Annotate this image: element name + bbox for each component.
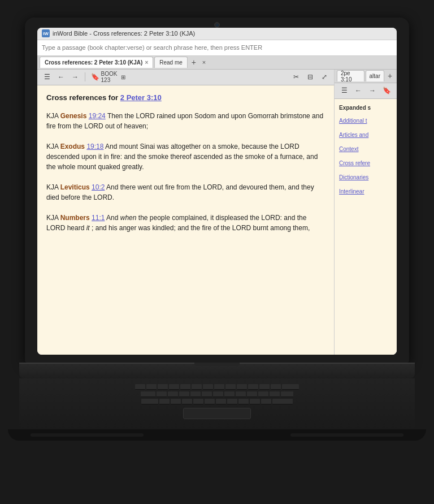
hinge-notch [194, 363, 240, 366]
right-link-additional[interactable]: Additional t [339, 118, 392, 124]
forward-button[interactable]: → [69, 71, 81, 83]
right-forward-button[interactable]: → [366, 85, 379, 96]
main-content: ☰ ← → 🔖 BOOK123 ⊞ ✂ ⊟ ⤢ [37, 70, 397, 355]
key-enter [272, 399, 293, 404]
key [180, 384, 190, 390]
key [182, 399, 192, 404]
key [192, 384, 202, 390]
bookmark-button[interactable]: 🔖 [89, 71, 101, 83]
verse-block-genesis: KJA Genesis 19:24 Then the LORD rained u… [46, 111, 325, 131]
right-link-context[interactable]: Context [339, 146, 392, 152]
key [259, 384, 270, 390]
tab-cross-references[interactable]: Cross references: 2 Peter 3:10 (KJA) × [40, 57, 153, 68]
rubber-strip-right [290, 433, 403, 437]
screen-bezel: iW inWord Bible - Cross references: 2 Pe… [37, 28, 397, 355]
verse-num-genesis[interactable]: 19:24 [89, 112, 106, 120]
main-tab-bar: Cross references: 2 Peter 3:10 (KJA) × R… [37, 56, 397, 70]
window-title: inWord Bible - Cross references: 2 Peter… [53, 30, 195, 37]
right-link-dictionaries[interactable]: Dictionaries [339, 174, 392, 180]
keyboard-area [19, 378, 415, 429]
key [193, 399, 203, 404]
key [250, 399, 260, 404]
tab-close-button[interactable]: × [145, 59, 148, 66]
right-tab-2pe[interactable]: 2pe 3:10 [337, 70, 364, 81]
key [216, 399, 226, 404]
key [271, 384, 281, 390]
key [146, 384, 157, 390]
right-back-button[interactable]: ← [352, 85, 364, 96]
key [157, 391, 167, 397]
trackpad[interactable] [183, 408, 251, 419]
key [168, 391, 178, 397]
screen-lid: iW inWord Bible - Cross references: 2 Pe… [25, 18, 409, 363]
tab-read-me[interactable]: Read me [154, 57, 188, 68]
key [158, 384, 168, 390]
search-bar[interactable] [37, 40, 397, 56]
verse-version-2: KJA [46, 143, 60, 150]
verse-num-leviticus[interactable]: 10:2 [92, 183, 105, 191]
key [258, 391, 268, 397]
key-tab [141, 391, 155, 397]
keyboard-row-3 [31, 399, 403, 404]
verse-ref-genesis[interactable]: Genesis [60, 112, 87, 120]
toolbar-separator-1 [85, 72, 85, 81]
key [190, 391, 201, 397]
list-icon[interactable]: ☰ [41, 71, 53, 83]
right-list-icon[interactable]: ☰ [338, 85, 350, 96]
key [227, 399, 237, 404]
verse-ref-numbers[interactable]: Numbers [60, 214, 90, 222]
key [179, 391, 189, 397]
search-input[interactable] [42, 44, 392, 51]
key [171, 399, 181, 404]
right-link-interlinear[interactable]: Interlinear [339, 188, 392, 195]
left-toolbar: ☰ ← → 🔖 BOOK123 ⊞ ✂ ⊟ ⤢ [37, 70, 334, 85]
key [237, 384, 247, 390]
keyboard-row-2 [31, 391, 403, 397]
key [261, 399, 271, 404]
close-tab-button[interactable]: × [199, 57, 209, 67]
verse-text-numbers-italic-2: it [86, 224, 90, 232]
key-backspace [282, 384, 299, 390]
verse-num-numbers[interactable]: 11:1 [92, 214, 105, 222]
book-button[interactable]: BOOK123 [103, 71, 115, 83]
right-panel-heading: Expanded s [339, 105, 392, 111]
key [224, 391, 235, 397]
verse-text-numbers-3: ; and his anger was kindled; and the fir… [92, 224, 310, 232]
new-tab-button[interactable]: + [189, 57, 199, 67]
key [202, 391, 212, 397]
webcam [214, 22, 220, 28]
key [213, 391, 223, 397]
right-content-pane[interactable]: Expanded s Additional t Articles and Con… [335, 99, 397, 355]
right-link-articles[interactable]: Articles and [339, 132, 392, 138]
key [205, 399, 215, 404]
verse-version-3: KJA [46, 183, 60, 191]
back-button[interactable]: ← [55, 71, 67, 83]
right-tab-altar[interactable]: altar [366, 70, 384, 81]
verse-version-4: KJA [46, 214, 60, 222]
right-toolbar: ☰ ← → 🔖 [335, 83, 397, 99]
verse-version-1: KJA [46, 112, 60, 120]
left-content-pane[interactable]: Cross references for 2 Peter 3:10 KJA Ge… [37, 85, 334, 355]
keyboard-rows [31, 384, 403, 404]
expand-button[interactable]: ⤢ [318, 71, 331, 83]
laptop-base [19, 363, 415, 378]
key [247, 391, 257, 397]
key [203, 384, 213, 390]
keyboard-row-1 [31, 384, 403, 390]
key [270, 391, 280, 397]
key [159, 399, 170, 404]
verse-ref-exodus[interactable]: Exodus [60, 143, 85, 150]
scissors-button[interactable]: ✂ [290, 71, 302, 83]
print-button[interactable]: ⊟ [304, 71, 316, 83]
cross-ref-link[interactable]: 2 Peter 3:10 [120, 93, 162, 102]
right-new-tab-button[interactable]: + [385, 71, 394, 81]
layout-button[interactable]: ⊞ [117, 71, 129, 83]
verse-ref-leviticus[interactable]: Leviticus [60, 183, 90, 191]
verse-num-exodus[interactable]: 19:18 [86, 143, 103, 150]
key [135, 384, 145, 390]
verse-block-numbers: KJA Numbers 11:1 And when the people com… [46, 213, 325, 233]
verse-text-numbers-1: And [106, 214, 120, 222]
right-bookmark-button[interactable]: 🔖 [380, 85, 393, 96]
cross-ref-heading: Cross references for 2 Peter 3:10 [46, 93, 325, 102]
right-link-cross-ref[interactable]: Cross refere [339, 160, 392, 166]
